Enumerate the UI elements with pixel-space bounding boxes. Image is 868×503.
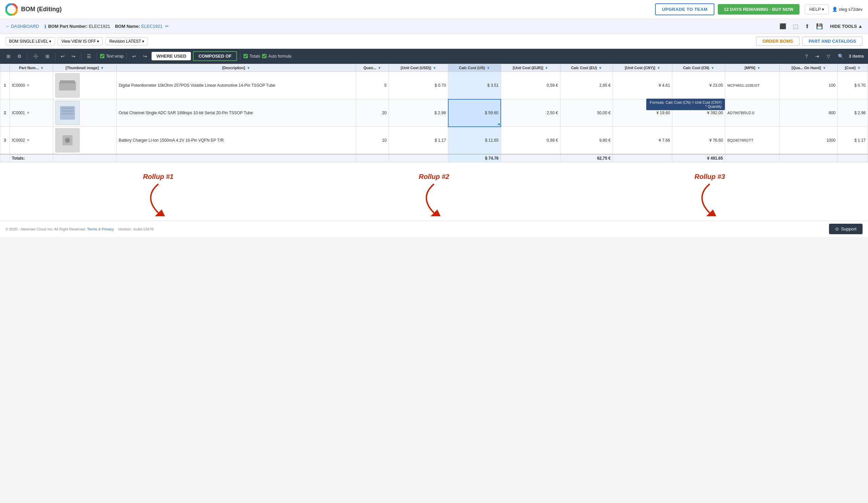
- filter-calc-cn-icon[interactable]: ▼: [711, 66, 714, 70]
- filter-cost-icon[interactable]: ▼: [857, 66, 861, 70]
- nav-icon-2[interactable]: ⬚: [792, 22, 800, 30]
- filter-desc-icon[interactable]: ▼: [247, 66, 250, 70]
- rotate-ccw-icon[interactable]: ↪: [141, 52, 149, 60]
- view-dropdown[interactable]: View VIEW IS OFF ▾: [58, 37, 103, 45]
- upgrade-button[interactable]: UPGRADE TO TEAM: [655, 3, 714, 15]
- quantity-cell[interactable]: 20: [356, 99, 389, 127]
- rotate-cw-icon[interactable]: ↩: [130, 52, 139, 60]
- nav-save-icon[interactable]: 💾: [814, 22, 825, 30]
- col-cost: [Cost] ▼: [838, 64, 868, 72]
- mpn-cell[interactable]: BQ24074RGTT: [725, 127, 780, 155]
- terms-link[interactable]: Terms: [87, 227, 97, 231]
- rollup-1: Rollup #1: [143, 173, 174, 217]
- totals-toggle[interactable]: Totals: [244, 54, 260, 59]
- unit-cost-cny-cell[interactable]: ¥ 19.60: [613, 99, 672, 127]
- description-cell: Digital Potentiometer 10kOhm 257POS Vola…: [116, 72, 356, 99]
- nav-icons: ⬛ ⬚ ⬆ 💾 HIDE TOOLS ▲: [778, 22, 862, 30]
- col-quantity: Quan... ▼: [356, 64, 389, 72]
- part-number-cell: IC0001 ▼: [10, 99, 53, 127]
- table-row[interactable]: 3 IC0002 ▼ Battery Charger Li-Ion 1500mA…: [0, 127, 868, 155]
- unit-cost-eur-cell[interactable]: 0,59 €: [501, 72, 560, 99]
- part-number-cell: IC0002 ▼: [10, 127, 53, 155]
- mpn-cell[interactable]: MCP4651-103E/ST: [725, 72, 780, 99]
- calc-cost-cn-cell: ¥ 392.00 Formula: Calc Cost (CN) = Unit …: [672, 99, 725, 127]
- grid-icon[interactable]: ⊞: [4, 52, 13, 60]
- table-row[interactable]: 1 IC0000 ▼ Digital Potentiometer 10kOhm …: [0, 72, 868, 99]
- revision-dropdown[interactable]: Revision LATEST ▾: [105, 37, 148, 45]
- filter-calc-eu-icon[interactable]: ▼: [599, 66, 602, 70]
- nav-share-icon[interactable]: ⬆: [803, 22, 811, 30]
- toolbar2: BOM SINGLE LEVEL ▾ View VIEW IS OFF ▾ Re…: [0, 34, 868, 49]
- dashboard-back-button[interactable]: ← DASHBOARD: [6, 24, 39, 29]
- calc-cost-us-cell[interactable]: $ 59.60◀: [448, 99, 501, 127]
- help-circle-icon[interactable]: ?: [803, 52, 810, 60]
- hide-tools-button[interactable]: HIDE TOOLS ▲: [830, 24, 862, 29]
- unit-cost-eur-cell[interactable]: 2,50 €: [501, 99, 560, 127]
- add-row-icon[interactable]: ➕: [31, 52, 41, 60]
- unit-cost-cny-cell[interactable]: ¥ 4.61: [613, 72, 672, 99]
- text-wrap-checkbox[interactable]: [100, 54, 104, 58]
- bom-single-level-dropdown[interactable]: BOM SINGLE LEVEL ▾: [6, 37, 55, 45]
- settings-icon[interactable]: ⚙: [15, 52, 24, 60]
- align-icon[interactable]: ☰: [84, 52, 94, 60]
- mpn-cell[interactable]: AD7997BRUZ-0: [725, 99, 780, 127]
- filter-partnum-icon[interactable]: ▼: [40, 66, 44, 70]
- separator6: [240, 53, 240, 60]
- privacy-link[interactable]: Privacy: [102, 227, 114, 231]
- quantity-cell[interactable]: 5: [356, 72, 389, 99]
- bom-table: Part Num... ▼ [Thumbnail image] ▼ [Descr…: [0, 64, 868, 163]
- unit-cost-usd-cell[interactable]: $ 1.17: [389, 127, 448, 155]
- auto-formula-toggle[interactable]: Auto formula: [262, 54, 291, 59]
- table-row[interactable]: 2 IC0001 ▼ Octal Channel Single ADC SAR …: [0, 99, 868, 127]
- unit-cost-usd-cell[interactable]: $ 0.70: [389, 72, 448, 99]
- filter-calc-us-icon[interactable]: ▼: [487, 66, 490, 70]
- totals-label-cell: [0, 154, 10, 163]
- help-button[interactable]: HELP ▾: [805, 4, 829, 14]
- filter-mpn-icon[interactable]: ▼: [757, 66, 761, 70]
- add-col-icon[interactable]: ⊞: [43, 52, 52, 60]
- search-icon[interactable]: 🔍: [836, 52, 846, 60]
- cost-cell: $ 0.70: [838, 72, 868, 99]
- text-wrap-label: Text wrap: [106, 54, 123, 59]
- where-used-button[interactable]: WHERE USED: [152, 52, 191, 60]
- auto-formula-checkbox[interactable]: [262, 54, 267, 58]
- part-dropdown-icon[interactable]: ▼: [26, 83, 30, 88]
- quantity-cell[interactable]: 10: [356, 127, 389, 155]
- totals-unit-eur: [501, 154, 560, 163]
- filter-icon[interactable]: ▽: [824, 52, 833, 60]
- filter-qty-icon[interactable]: ▼: [378, 66, 381, 70]
- filter-thumbnail-icon[interactable]: ▼: [100, 66, 104, 70]
- calc-cost-us-cell[interactable]: $ 3.51: [448, 72, 501, 99]
- text-wrap-toggle[interactable]: Text wrap: [100, 54, 123, 59]
- nav-icon-1[interactable]: ⬛: [778, 22, 788, 30]
- totals-label: Totals: [249, 54, 260, 59]
- thumbnail-cell: [53, 127, 116, 155]
- order-boms-tab[interactable]: ORDER BOMS: [756, 36, 799, 46]
- totals-checkbox[interactable]: [244, 54, 248, 58]
- part-dropdown-icon[interactable]: ▼: [26, 138, 30, 143]
- filter-eur-icon[interactable]: ▼: [545, 66, 548, 70]
- filter-usd-icon[interactable]: ▼: [433, 66, 436, 70]
- unit-cost-cny-cell[interactable]: ¥ 7.66: [613, 127, 672, 155]
- composed-of-button[interactable]: COMPOSED OF: [193, 51, 237, 61]
- calc-cost-us-cell[interactable]: $ 11.65: [448, 127, 501, 155]
- export-icon[interactable]: ⇥: [813, 52, 822, 60]
- undo-icon[interactable]: ↩: [58, 52, 67, 60]
- part-and-catalogs-tab[interactable]: PART AND CATALOGS: [802, 36, 862, 46]
- qty-on-hand-cell: 1000: [780, 127, 838, 155]
- edit-bom-name-icon[interactable]: ✏: [165, 24, 169, 29]
- unit-cost-eur-cell[interactable]: 0,98 €: [501, 127, 560, 155]
- calc-cost-cn-cell: ¥ 76.60: [672, 127, 725, 155]
- redo-icon[interactable]: ↪: [69, 52, 78, 60]
- buy-button[interactable]: 12 DAYS REMAINING - BUY NOW: [718, 4, 799, 14]
- svg-rect-7: [61, 113, 74, 115]
- thumbnail-placeholder: [55, 101, 80, 125]
- part-dropdown-icon[interactable]: ▼: [26, 111, 30, 115]
- support-button[interactable]: ⊙ Support: [829, 224, 862, 234]
- unit-cost-usd-cell[interactable]: $ 2.98: [389, 99, 448, 127]
- calc-cost-eu-cell: 9,80 €: [560, 127, 613, 155]
- filter-cny-icon[interactable]: ▼: [657, 66, 661, 70]
- top-bar: BOM (Editing) UPGRADE TO TEAM 12 DAYS RE…: [0, 0, 868, 19]
- bom-part-number-label: BOM Part Number: ELEC1921 BOM Name: ELEC…: [48, 24, 169, 29]
- filter-qty-hand-icon[interactable]: ▼: [823, 66, 826, 70]
